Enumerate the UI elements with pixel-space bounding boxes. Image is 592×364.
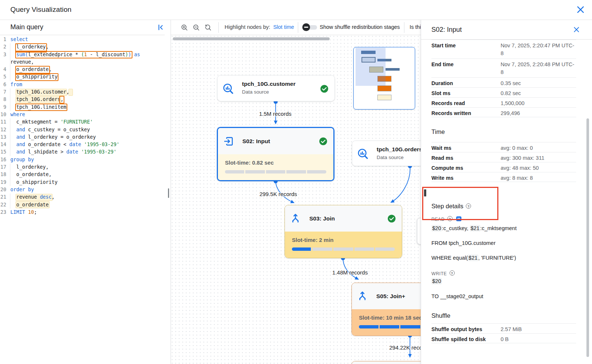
stat-value: 0 B: [501, 334, 576, 343]
highlight-box: tpch_10G.orders: [16, 96, 60, 103]
execution-graph-canvas[interactable]: 1.5M records299.5K records1.48M records2…: [171, 36, 421, 364]
code-fragment: order by: [10, 187, 34, 192]
step-text: :c_mktsegment: [480, 225, 517, 231]
line-number: 6: [0, 81, 6, 88]
code-line: 19 o_shippriority: [0, 179, 167, 186]
line-number: 8: [0, 96, 6, 103]
toolbar-separator: [404, 22, 404, 33]
progress-segment: [307, 170, 326, 173]
zoom-in-icon[interactable]: [181, 24, 188, 31]
input-icon: [223, 135, 234, 147]
token: [10, 52, 16, 57]
code-scrollbar[interactable]: [168, 188, 169, 198]
shuffle-stages-toggle[interactable]: [302, 22, 317, 33]
node-title: S05: Join+: [376, 293, 405, 300]
feedback-question: Is this visualization helpful?: [410, 24, 421, 30]
graph-node-s02[interactable]: S02: InputSlot-time: 0.82 sec: [217, 127, 334, 181]
stat-label: Duration: [431, 78, 501, 87]
code-text: and l_orderkey = o_orderkey: [10, 134, 96, 140]
token: revenue: [16, 194, 40, 200]
slot-time-label: Slot-time: 0.82 sec: [225, 159, 274, 166]
token: where: [10, 112, 25, 117]
token: [72, 52, 75, 57]
stat-value: avg: 0 max: 0: [501, 142, 576, 152]
code-fragment: [10, 104, 16, 110]
graph-node-customer[interactable]: Data sourcetpch_10G.customer: [217, 75, 335, 101]
write-columns: $20: [431, 278, 442, 284]
code-text: sum(l_extendedprice * (1 - l_discount)) …: [10, 52, 140, 57]
stat-row: Records read1,500,000: [431, 97, 576, 107]
stage-details-body: Start timeNov 7, 2025, 2:20:47 PM UTC-8E…: [421, 40, 592, 364]
token: o_orderdate: [16, 202, 49, 208]
token: [78, 149, 81, 155]
line-number: 5: [0, 73, 6, 81]
token: l_discount: [96, 52, 125, 57]
highlight-box: revenue desc: [16, 193, 52, 201]
stat-value: avg: 300 max: 311: [501, 152, 576, 162]
collapse-panel-icon[interactable]: [157, 23, 165, 31]
token: select: [10, 37, 28, 42]
code-text: LIMIT 10;: [10, 209, 37, 215]
code-line: 20order by: [0, 186, 167, 193]
highlight-nodes-label: Highlight nodes by: Slot time: [225, 24, 294, 30]
column-chip: $21: [468, 255, 478, 261]
stat-row: Records written299,496: [431, 107, 576, 117]
graph-node-s05[interactable]: S05: Join+Slot-time: 10 min 18 sec: [352, 283, 421, 336]
hidden-popup-fragment: [417, 218, 421, 245]
stat-label: Records written: [431, 108, 501, 117]
token: ,: [46, 44, 49, 50]
token: c_custkey: [25, 127, 58, 132]
code-text: tpch_10G.lineitem: [10, 104, 66, 110]
line-number: 20: [0, 186, 6, 193]
token: ;: [34, 209, 37, 215]
edge-record-count: 1.5M records: [259, 111, 292, 117]
code-line: 12 and c_custkey = o_custkey: [0, 126, 167, 134]
toolbar-separator: [218, 22, 219, 33]
token: o_orderdate: [16, 67, 49, 72]
code-line: 23LIMIT 10;: [0, 209, 167, 216]
close-details-icon[interactable]: [573, 26, 580, 33]
token: and: [16, 134, 25, 140]
close-icon[interactable]: [576, 5, 585, 14]
from-line: FROM tpch_10G.customer: [431, 240, 495, 246]
write-label-text: WRITE: [431, 271, 447, 276]
token: and: [16, 149, 25, 155]
zoom-out-icon[interactable]: [192, 24, 200, 31]
details-scrollbar[interactable]: [586, 118, 589, 357]
node-header: Data sourcetpch_10G.orders: [352, 141, 421, 166]
progress-fill: [292, 247, 311, 251]
token: o_orderdate,: [10, 172, 51, 177]
node-body: Slot-time: 10 min 18 sec: [352, 309, 421, 336]
node-body: Slot-time: 0.82 sec: [218, 154, 333, 180]
graph-minimap[interactable]: [353, 47, 415, 109]
time-stats-table: Wait msavg: 0 max: 0Read msavg: 300 max:…: [431, 142, 576, 182]
token: order by: [10, 187, 34, 192]
code-fragment: and l_orderkey = o_orderkey: [10, 134, 96, 140]
progress-segment: [354, 247, 374, 251]
line-number: 4: [0, 66, 6, 73]
progress-fill: [400, 325, 420, 328]
code-line: 6from: [0, 81, 167, 88]
minimap-viewport[interactable]: [356, 48, 386, 86]
token: tpch_10G.lineitem: [16, 104, 66, 110]
reset-zoom-icon[interactable]: [204, 24, 212, 31]
graph-node-orders[interactable]: Data sourcetpch_10G.orders: [352, 141, 421, 166]
panel-divider: [171, 20, 171, 364]
sql-code-editor[interactable]: 1select2 l_orderkey,3 sum(l_extendedpric…: [0, 36, 167, 216]
code-text: o_shippriority: [10, 179, 57, 185]
edge-record-count: 299.5K records: [259, 191, 297, 197]
code-text: group by: [10, 157, 34, 162]
stat-value: Nov 7, 2025, 2:20:47 PM UTC-8: [501, 40, 576, 57]
step-text: :c_custkey,: [442, 225, 470, 231]
code-line: 7 tpch_10G.customer,: [0, 88, 167, 96]
token: o_shippriority: [10, 179, 57, 185]
slot-progress-bar: [359, 325, 421, 328]
node-header: S02: Input: [218, 128, 333, 154]
line-number: 7: [0, 88, 6, 96]
graph-node-s06[interactable]: [352, 361, 421, 364]
slot-time-dropdown[interactable]: Slot time: [273, 24, 294, 30]
help-icon[interactable]: ?: [450, 270, 455, 276]
code-fragment: group by: [10, 157, 34, 162]
code-text: tpch_10G.customer,: [10, 89, 72, 95]
graph-node-s03[interactable]: S03: JoinSlot-time: 2 min: [285, 205, 402, 258]
